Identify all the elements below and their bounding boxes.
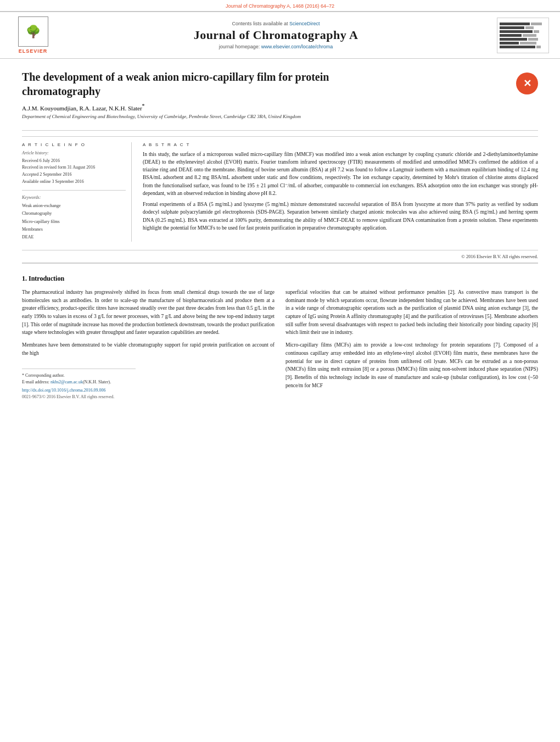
keyword-3: Micro-capillary films — [22, 218, 126, 226]
body-left-col: The pharmaceutical industry has progress… — [22, 288, 275, 399]
homepage-url[interactable]: www.elsevier.com/locate/chroma — [261, 44, 333, 49]
email-link[interactable]: nkhs2@cam.ac.uk — [51, 380, 83, 384]
homepage-prefix: journal homepage: — [219, 44, 261, 49]
issn-info: 0021-9673/© 2016 Elsevier B.V. All right… — [22, 394, 136, 399]
introduction-section: 1. Introduction The pharmaceutical indus… — [22, 275, 538, 399]
history-label: Article history: — [22, 150, 126, 155]
keywords-section: Keywords: Weak anion-exchange Chromatogr… — [22, 195, 126, 242]
abstract-para1: In this study, the surface of a micropor… — [143, 150, 538, 198]
abstract-text: In this study, the surface of a micropor… — [143, 150, 538, 232]
available-date: Available online 3 September 2016 — [22, 178, 126, 186]
article-info-abstract-section: A R T I C L E I N F O Article history: R… — [22, 136, 538, 242]
author-star: * — [142, 103, 145, 109]
journal-reference-bar: Journal of Chromatography A, 1468 (2016)… — [0, 0, 560, 11]
journal-title: Journal of Chromatography A — [55, 28, 497, 42]
abstract-column: A B S T R A C T In this study, the surfa… — [143, 142, 538, 242]
article-dates: Received 6 July 2016 Received in revised… — [22, 158, 126, 186]
article-title-section: The development of a weak anion micro-ca… — [22, 59, 538, 131]
journal-logo-right — [497, 18, 549, 53]
affiliation: Department of Chemical Engineering and B… — [22, 114, 410, 119]
keyword-1: Weak anion-exchange — [22, 202, 126, 210]
contents-prefix: Contents lists available at — [232, 21, 289, 26]
article-title-block: The development of a weak anion micro-ca… — [22, 70, 410, 125]
intro-left-para2: Membranes have been demonstrated to be v… — [22, 341, 275, 357]
article-info-heading: A R T I C L E I N F O — [22, 142, 126, 147]
elsevier-tree-icon: 🌳 — [18, 16, 48, 47]
elsevier-wordmark: ELSEVIER — [19, 48, 48, 54]
intro-right-para2: Micro-capillary films (MCFs) aim to prov… — [285, 341, 538, 389]
copyright-line: © 2016 Elsevier B.V. All rights reserved… — [22, 250, 538, 264]
homepage-line: journal homepage: www.elsevier.com/locat… — [55, 44, 497, 49]
email-label: E-mail address: — [22, 380, 51, 384]
accepted-date: Accepted 2 September 2016 — [22, 171, 126, 178]
email-note: (N.K.H. Slater). — [83, 380, 111, 384]
abstract-heading: A B S T R A C T — [143, 142, 538, 147]
corresponding-author-note: * Corresponding author. — [22, 372, 136, 379]
journal-header: 🌳 ELSEVIER Contents lists available at S… — [0, 11, 560, 59]
body-right-col: superficial velocities that can be attai… — [285, 288, 538, 399]
footnote-section: * Corresponding author. E-mail address: … — [22, 369, 136, 399]
journal-ref-text: Journal of Chromatography A, 1468 (2016)… — [226, 3, 334, 9]
main-content: The development of a weak anion micro-ca… — [0, 59, 560, 399]
divider — [22, 190, 126, 191]
received-revised-date: Received in revised form 31 August 2016 — [22, 164, 126, 171]
authors: A.J.M. Kouyoumdjian, R.A. Lazar, N.K.H. … — [22, 103, 410, 111]
keyword-4: Membranes — [22, 226, 126, 233]
received-date: Received 6 July 2016 — [22, 158, 126, 165]
doi-link[interactable]: http://dx.doi.org/10.1016/j.chroma.2016.… — [22, 388, 136, 393]
abstract-para2: Frontal experiments of a BSA (5 mg/mL) a… — [143, 200, 538, 232]
email-line: E-mail address: nkhs2@cam.ac.uk(N.K.H. S… — [22, 379, 136, 386]
intro-right-para1: superficial velocities that can be attai… — [285, 288, 538, 337]
intro-right-text: superficial velocities that can be attai… — [285, 288, 538, 390]
intro-heading: 1. Introduction — [22, 275, 538, 283]
keywords-label: Keywords: — [22, 195, 126, 200]
contents-line: Contents lists available at ScienceDirec… — [55, 21, 497, 26]
sciencedirect-link[interactable]: ScienceDirect — [289, 21, 320, 26]
author-names: A.J.M. Kouyoumdjian, R.A. Lazar, N.K.H. … — [22, 105, 142, 111]
keyword-5: DEAE — [22, 233, 126, 241]
keyword-2: Chromatography — [22, 210, 126, 217]
intro-left-text: The pharmaceutical industry has progress… — [22, 288, 275, 358]
journal-header-center: Contents lists available at ScienceDirec… — [55, 21, 497, 49]
article-info-column: A R T I C L E I N F O Article history: R… — [22, 142, 132, 242]
crossmark-icon: ✕ — [516, 72, 538, 94]
intro-left-para1: The pharmaceutical industry has progress… — [22, 288, 275, 337]
article-title: The development of a weak anion micro-ca… — [22, 70, 352, 98]
elsevier-logo: 🌳 ELSEVIER — [11, 16, 55, 54]
body-columns: The pharmaceutical industry has progress… — [22, 288, 538, 399]
